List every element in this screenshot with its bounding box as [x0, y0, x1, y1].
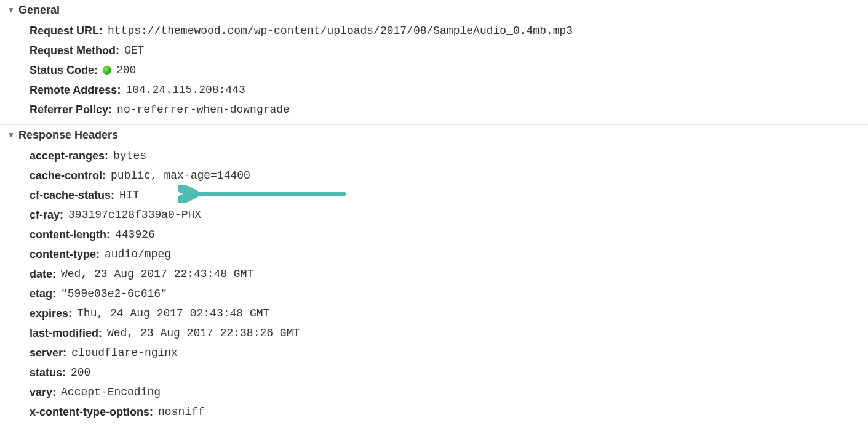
section-title: General [18, 2, 60, 17]
header-value: 443926 [115, 227, 155, 243]
header-key: cf-ray [30, 207, 63, 223]
general-rows: Request URL https://themewood.com/wp-con… [0, 20, 868, 124]
general-section-header[interactable]: ▼ General [0, 0, 868, 20]
response-headers-rows: accept-ranges bytes cache-control public… [0, 145, 868, 427]
headers-panel: ▼ General Request URL https://themewood.… [0, 0, 868, 427]
header-row: Request Method GET [0, 41, 868, 60]
header-value: bytes [113, 148, 146, 164]
header-value: HIT [119, 187, 139, 203]
header-value: Wed, 23 Aug 2017 22:43:48 GMT [61, 266, 253, 282]
header-value: audio/mpeg [105, 246, 171, 262]
header-row: vary Accept-Encoding [0, 382, 868, 402]
header-row: Status Code 200 [0, 60, 868, 80]
header-row: Request URL https://themewood.com/wp-con… [0, 21, 868, 41]
header-row: etag "599e03e2-6c616" [0, 284, 868, 304]
annotation-arrow-icon [178, 185, 351, 203]
header-value: Wed, 23 Aug 2017 22:38:26 GMT [107, 325, 300, 341]
header-row: x-content-type-options nosniff [0, 402, 868, 422]
header-value: 200 [71, 364, 90, 381]
header-value: GET [124, 42, 144, 58]
header-key: content-type [30, 246, 100, 262]
header-row: cache-control public, max-age=14400 [0, 166, 868, 185]
header-key: status [30, 364, 66, 381]
status-indicator-icon [103, 66, 111, 75]
header-row: Remote Address 104.24.115.208:443 [0, 80, 868, 100]
header-row: status 200 [0, 363, 868, 382]
header-key: Status Code [30, 62, 98, 78]
header-key: content-length [30, 227, 110, 243]
header-key: Request Method [30, 42, 119, 58]
header-value: 393197c128f339a0-PHX [68, 207, 201, 223]
header-row: last-modified Wed, 23 Aug 2017 22:38:26 … [0, 323, 868, 343]
header-key: expires [30, 305, 72, 321]
header-value: 200 [116, 62, 136, 78]
header-row: server cloudflare-nginx [0, 343, 868, 363]
header-value: 104.24.115.208:443 [125, 82, 245, 98]
header-row: content-type audio/mpeg [0, 244, 868, 264]
header-key: cf-cache-status [30, 187, 114, 203]
header-value: cloudflare-nginx [71, 345, 178, 361]
header-value: https://themewood.com/wp-content/uploads… [108, 23, 573, 39]
header-row: cf-ray 393197c128f339a0-PHX [0, 205, 868, 225]
general-section: ▼ General Request URL https://themewood.… [0, 0, 868, 124]
header-row: Referrer Policy no-referrer-when-downgra… [0, 100, 868, 119]
header-key: etag [30, 286, 56, 302]
header-value: "599e03e2-6c616" [61, 286, 167, 302]
header-value: nosniff [158, 404, 205, 420]
response-headers-section: ▼ Response Headers accept-ranges bytes c… [0, 124, 868, 427]
header-value: Accept-Encoding [61, 384, 161, 400]
header-key: Referrer Policy [30, 102, 112, 118]
header-row: accept-ranges bytes [0, 146, 868, 166]
header-key: date [30, 266, 56, 282]
section-title: Response Headers [18, 127, 118, 142]
header-row: expires Thu, 24 Aug 2017 02:43:48 GMT [0, 304, 868, 323]
header-value: public, max-age=14400 [111, 167, 250, 183]
header-key: Remote Address [30, 82, 121, 98]
header-row: cf-cache-status HIT [0, 185, 868, 205]
response-headers-section-header[interactable]: ▼ Response Headers [0, 125, 868, 145]
header-row: content-length 443926 [0, 225, 868, 244]
header-key: cache-control [30, 167, 106, 183]
header-key: accept-ranges [30, 148, 108, 164]
header-value: Thu, 24 Aug 2017 02:43:48 GMT [77, 305, 269, 321]
header-key: vary [30, 384, 56, 400]
header-key: server [30, 345, 66, 361]
header-value: no-referrer-when-downgrade [117, 102, 290, 118]
disclosure-triangle-icon: ▼ [7, 6, 16, 14]
header-row: date Wed, 23 Aug 2017 22:43:48 GMT [0, 264, 868, 284]
header-key: last-modified [30, 325, 102, 341]
disclosure-triangle-icon: ▼ [7, 131, 16, 139]
header-key: Request URL [30, 23, 103, 39]
header-key: x-content-type-options [30, 404, 153, 420]
